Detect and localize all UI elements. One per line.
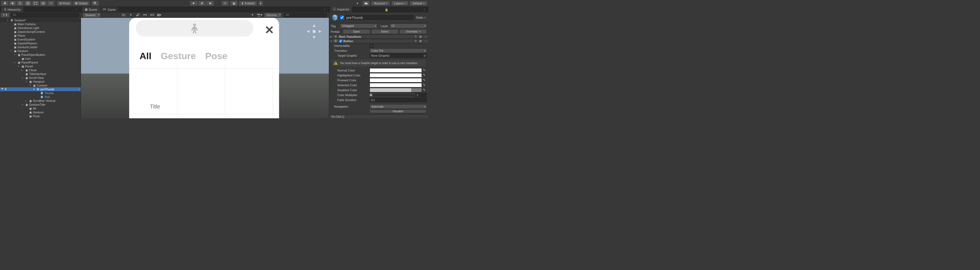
collab-icon[interactable]: ⟳ (221, 0, 229, 6)
tag-dropdown[interactable]: Untagged (340, 24, 377, 28)
visualize-button[interactable]: Visualize (370, 110, 426, 113)
chevron-right-icon[interactable]: › (79, 88, 80, 91)
tree-item-close[interactable]: ▶▣Close (0, 68, 81, 72)
static-dropdown[interactable]: Static▾ (415, 15, 427, 20)
snap-toggle[interactable] (91, 0, 99, 6)
preset-icon[interactable]: ⚙ (418, 39, 422, 43)
game-tab[interactable]: 🎮Game (100, 7, 118, 12)
hierarchy-create-button[interactable]: + ▾ (1, 13, 9, 17)
move-tool[interactable] (9, 0, 16, 6)
hand-tool[interactable] (1, 0, 9, 6)
scene-viewport[interactable]: ✕ All Gesture Pose Title (81, 18, 329, 118)
prefab-cube-icon[interactable] (331, 13, 339, 22)
global-toggle[interactable]: Global (73, 1, 90, 6)
gameobject-name-field[interactable] (345, 15, 414, 20)
pause-button[interactable] (198, 0, 206, 6)
tree-item-icon[interactable]: ▣icon (0, 57, 81, 61)
tree-item-title-iface[interactable]: ▣TitleInterface (0, 72, 81, 76)
eye-icon[interactable]: 👁 (1, 87, 3, 90)
step-button[interactable] (206, 0, 214, 6)
tree-item-viewport[interactable]: ▼▣Viewport (0, 80, 81, 83)
undo-history-icon[interactable]: ✦ (353, 0, 361, 6)
transition-dropdown[interactable]: Color Tint (370, 48, 427, 53)
interactable-checkbox[interactable]: ✓ (370, 44, 374, 48)
help-icon[interactable]: ? (414, 35, 417, 38)
tree-item-gesture-title[interactable]: ▼▣GestureTitle (0, 103, 81, 107)
tree-item-esys[interactable]: ▣EventSystem (0, 38, 81, 42)
services-icon[interactable]: ▦ (230, 0, 238, 6)
publish-button[interactable]: ⬆ Publish (239, 1, 257, 6)
rotate-tool[interactable] (16, 0, 24, 6)
eyedropper-icon[interactable]: ✎ (423, 83, 427, 87)
scene-row[interactable]: ▼Gesture* (0, 18, 81, 22)
audio-toggle[interactable]: 🔊 (135, 13, 141, 18)
publish-dropdown[interactable]: ▾ (258, 0, 263, 6)
eyedropper-icon[interactable]: ✎ (423, 69, 427, 72)
hierarchy-search[interactable] (10, 13, 80, 17)
tree-item-scrollbar-v[interactable]: ▶▣Scrollbar Vertical (0, 99, 81, 103)
gameobject-active-checkbox[interactable] (340, 16, 344, 19)
component-menu-icon[interactable]: ⋮ (423, 35, 427, 38)
play-button[interactable] (189, 0, 198, 6)
tree-item-content[interactable]: ▼▣Content (0, 83, 81, 87)
target-graphic-field[interactable]: None (Graphic) (370, 53, 427, 58)
inspector-panel-menu[interactable]: ⋮ (421, 7, 427, 12)
selected-color-field[interactable] (370, 83, 422, 87)
hidden-toggle[interactable]: ⊘0 (150, 13, 155, 18)
layer-dropdown[interactable]: UI (390, 24, 427, 28)
tree-item-all[interactable]: ▣All (0, 107, 81, 110)
custom-tool[interactable] (47, 0, 55, 6)
gizmos-dropdown[interactable]: Gizmos (264, 13, 282, 18)
tree-item-thumb[interactable]: Thumb (0, 91, 81, 95)
account-menu[interactable]: Account▾ (371, 1, 390, 6)
tree-item-panel-open[interactable]: ▼▣PanelOpenButton (0, 53, 81, 57)
tree-item-scroll[interactable]: ▼▣Scroll View (0, 76, 81, 80)
tree-item-text[interactable]: Text (0, 95, 81, 99)
tree-item-gesture[interactable]: ▼▣Gesture (0, 49, 81, 53)
tree-item-gloader[interactable]: ▣GestureLoader (0, 45, 81, 49)
component-menu-icon[interactable]: ⋮ (423, 39, 427, 43)
tree-item-pose[interactable]: ▣Pose (0, 114, 81, 118)
transform-tool[interactable] (40, 0, 47, 6)
orientation-gizmo[interactable] (306, 23, 322, 40)
tree-item-zplayers[interactable]: ▣ZepetoPlayers (0, 42, 81, 45)
tree-item-panel[interactable]: ▼▣Panel (0, 64, 81, 68)
preset-icon[interactable]: ⚙ (418, 35, 422, 38)
tree-item-zctx[interactable]: ▣ZepetoScriptContext (0, 30, 81, 34)
tools-icon[interactable]: ✦ (250, 13, 255, 18)
rect-tool[interactable] (32, 0, 40, 6)
hierarchy-tab[interactable]: ☰ Hierarchy (1, 7, 23, 12)
highlighted-color-field[interactable] (370, 73, 422, 77)
eyedropper-icon[interactable]: ✎ (423, 73, 427, 77)
inspector-lock[interactable]: 🔓 (383, 7, 390, 12)
scene-panel-menu[interactable]: ⋮ (321, 7, 328, 12)
grid-toggle[interactable]: ▦▾ (156, 13, 162, 18)
inspector-tab[interactable]: ⓘInspector (330, 6, 352, 12)
rect-transform-component[interactable]: ▶ Rect Transform ? ⚙ ⋮ (329, 35, 428, 39)
tree-item-light[interactable]: ▣Directional Light (0, 26, 81, 30)
eyedropper-icon[interactable]: ✎ (423, 78, 427, 82)
help-icon[interactable]: ? (414, 39, 417, 43)
normal-color-field[interactable] (370, 68, 422, 73)
hierarchy-panel-menu[interactable]: ⋮ (73, 7, 80, 12)
prefab-overrides-button[interactable]: Overrides▾ (399, 29, 427, 34)
button-enabled-checkbox[interactable] (339, 40, 342, 43)
disabled-color-field[interactable] (370, 88, 422, 92)
prefab-select-button[interactable]: Select (371, 29, 399, 34)
2d-toggle[interactable]: 2D (121, 13, 126, 18)
navigation-dropdown[interactable]: Automatic (370, 104, 427, 109)
scale-tool[interactable] (24, 0, 32, 6)
shading-mode-dropdown[interactable]: Shaded (83, 13, 101, 18)
fx-toggle[interactable]: ✦▾ (142, 13, 148, 18)
cloud-button[interactable] (362, 0, 370, 6)
tree-item-plane[interactable]: ▣Plane (0, 34, 81, 38)
lighting-toggle[interactable]: ☀ (128, 13, 134, 18)
prefab-open-button[interactable]: Open (343, 29, 370, 34)
color-multiplier-value[interactable] (415, 93, 427, 97)
fade-duration-field[interactable] (370, 98, 427, 102)
tree-item-prethumb[interactable]: 👁☝ ▼preThumb › (0, 87, 81, 91)
eyedropper-icon[interactable]: ✎ (423, 88, 427, 92)
scene-search[interactable] (283, 13, 327, 17)
layers-menu[interactable]: Layers▾ (391, 1, 409, 6)
pressed-color-field[interactable] (370, 78, 422, 82)
